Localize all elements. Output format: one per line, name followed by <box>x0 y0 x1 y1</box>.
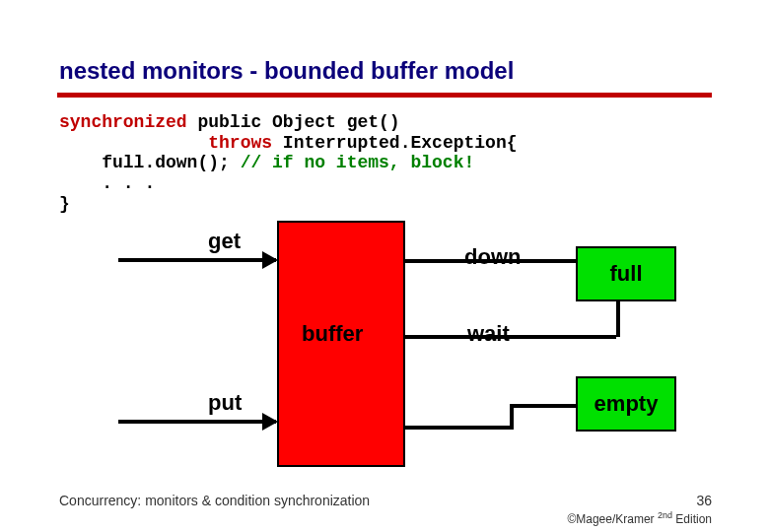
connector-empty-horiz1 <box>405 426 514 430</box>
keyword-throws: throws <box>208 133 272 153</box>
buffer-box <box>277 221 405 467</box>
label-get: get <box>208 229 241 254</box>
label-down: down <box>464 244 521 270</box>
arrow-put <box>118 420 276 424</box>
credit-suffix: Edition <box>672 512 712 526</box>
connector-empty-horiz2 <box>510 404 576 408</box>
page-number: 36 <box>696 493 712 508</box>
title-underline <box>57 93 712 98</box>
footer-credit: ©Magee/Kramer 2nd Edition <box>567 510 712 526</box>
code-text: full.down(); <box>59 153 241 172</box>
empty-box: empty <box>576 376 676 432</box>
keyword-synchronized: synchronized <box>59 112 187 132</box>
arrow-get <box>118 258 276 262</box>
credit-prefix: ©Magee/Kramer <box>567 512 658 526</box>
code-comment: // if no items, block! <box>241 153 475 172</box>
code-text: public Object get() <box>187 112 400 132</box>
connector-down <box>405 259 576 263</box>
label-buffer: buffer <box>302 321 363 347</box>
label-put: put <box>208 390 242 416</box>
full-box: full <box>576 246 676 301</box>
code-block: synchronized public Object get() throws … <box>59 112 518 214</box>
code-text: } <box>59 194 70 214</box>
connector-wait-horiz <box>405 335 616 339</box>
label-wait: wait <box>467 321 510 347</box>
connector-wait-vert <box>616 301 620 337</box>
footer-topic: Concurrency: monitors & condition synchr… <box>59 493 370 508</box>
credit-edition: 2nd <box>658 510 672 520</box>
slide-title: nested monitors - bounded buffer model <box>59 57 514 85</box>
code-text: . . . <box>59 173 155 193</box>
connector-empty-vert <box>510 404 514 428</box>
code-text: Interrupted.Exception{ <box>272 133 517 153</box>
